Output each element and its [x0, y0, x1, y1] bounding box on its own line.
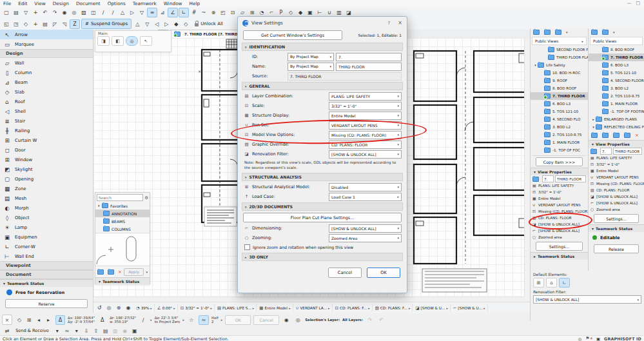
view-tree-item[interactable]: SECOND FLOOR P [531, 46, 588, 54]
teamwork-icon[interactable]: ⇧ [92, 327, 101, 335]
toolbox-item[interactable]: ▭ Marquee [0, 39, 93, 49]
view-tree-item[interactable]: 6. BOD L3 [589, 61, 644, 69]
view-tree-item[interactable]: 7. THIRD FLOOR [589, 54, 644, 61]
menu-item[interactable]: Teamwork [133, 1, 157, 6]
teamwork-icon[interactable]: ▥ [111, 327, 120, 335]
toolbox-item[interactable]: ☀ Lamp [0, 222, 93, 232]
setting-dropdown[interactable]: Missing (CD: PLANS: FLOOR) ▾ [329, 131, 402, 139]
toolbar-icon[interactable]: ↷ [50, 8, 59, 17]
toolbar-icon[interactable]: ∕ [99, 8, 108, 17]
toolbar-icon[interactable]: ⊡ [228, 8, 237, 17]
tracker-icon[interactable]: ⊞ [24, 316, 34, 324]
view-tree-item[interactable]: ▸ ENLARGED PLANS [589, 115, 644, 123]
copy-item-button[interactable]: Copy Item >>> [536, 157, 583, 166]
toolbar-icon[interactable]: ▧ [79, 8, 88, 17]
dialog-titlebar[interactable]: View Settings ? × [238, 17, 407, 29]
minimize-icon[interactable]: — [627, 1, 631, 6]
chevron-down-icon[interactable]: ▾ [566, 30, 568, 34]
view-tree-item[interactable]: 7. THIRD FLOOR [531, 92, 588, 100]
toolbox-item[interactable]: ◻ Door [0, 145, 93, 155]
toolbox-item[interactable]: Document [0, 270, 93, 279]
setting-dropdown[interactable]: Zoomed Area ▾ [329, 234, 402, 242]
toolbar-icon[interactable]: △ [118, 8, 127, 17]
toolbox-item[interactable]: ◊ Object [0, 213, 93, 222]
default-element-button[interactable]: ⊞ [533, 278, 544, 287]
toolbox-item[interactable]: ◩ Skylight [0, 164, 93, 174]
clone-folder-icon[interactable] [613, 133, 620, 138]
menu-item[interactable]: File [3, 1, 11, 6]
delta-icon[interactable]: Δ [97, 315, 107, 325]
quick-option[interactable]: ⊡ CD: PLANS: F... ▸ [333, 304, 373, 312]
toolbox-item[interactable]: ⊿ Beam [0, 77, 93, 87]
settings-button[interactable]: Settings... [594, 214, 639, 223]
toolbox-item[interactable]: ◇ Slab [0, 87, 93, 97]
setting-dropdown[interactable]: [SHOW & UNLOCK ALL] ▾ [329, 224, 402, 233]
horizontal-scrollbar[interactable] [93, 297, 525, 302]
tracker-icon[interactable]: ▸ [44, 316, 53, 324]
toolbar-icon[interactable]: ◹ [60, 20, 69, 28]
setting-dropdown[interactable]: [SHOW & UNLOCK ALL] ▾ [329, 150, 402, 159]
favorites-root[interactable]: ▾ Favorites [95, 202, 150, 209]
renovation-filter-dropdown[interactable]: [SHOW & UNLOCK ALL] ▾ [533, 295, 641, 304]
chevron-down-icon[interactable]: ▾ [146, 270, 148, 274]
toolbar-icon[interactable]: ▤ [41, 20, 50, 28]
zoom-toolbar-icon[interactable]: ◎ [104, 304, 113, 312]
toolbar-icon[interactable]: + [31, 8, 40, 17]
toolbar-icon[interactable]: △ [133, 20, 142, 28]
release-button[interactable]: Release [594, 244, 639, 253]
restore-icon[interactable]: □ [636, 1, 640, 6]
view-name-field[interactable]: THIRD FLOOR [555, 175, 586, 182]
main-palette-button[interactable]: ◎ [126, 36, 138, 46]
toolbar-icon[interactable]: ◫ [89, 8, 98, 17]
toolbar-icon[interactable]: Z [70, 19, 80, 29]
menu-item[interactable]: Options [108, 1, 126, 6]
toolbar-icon[interactable]: ▽ [142, 20, 151, 28]
toolbar-icon[interactable]: ◉ [60, 8, 69, 17]
toolbox-item[interactable]: ╫ Railing [0, 126, 93, 135]
main-palette-button[interactable]: ◨ [97, 36, 110, 46]
zoom-toolbar-icon[interactable]: ↺ [95, 304, 104, 312]
view-tree-item[interactable]: 2. TOS 110-8.75 [589, 92, 644, 100]
quick-option[interactable]: ∪ VERDANT LA... ▸ [294, 304, 333, 312]
delta-toggle-icon[interactable]: Δ [55, 315, 65, 325]
view-name-field[interactable]: THIRD FLOOR [613, 148, 642, 155]
toolbar-icon[interactable]: ▢ [2, 8, 11, 17]
toolbox-item[interactable]: ◐ Morph [0, 203, 93, 213]
toolbox-item[interactable]: ⊢ Wall End [0, 251, 93, 261]
view-properties-header[interactable]: ▾ View Properties [531, 168, 588, 175]
view-tree-item[interactable]: 4. SECOND FLO [531, 115, 588, 123]
expander-icon[interactable]: ▾ [533, 63, 538, 67]
main-palette-button[interactable]: ◧ [112, 36, 124, 46]
toolbox-item[interactable]: ∟ Corner-W [0, 242, 93, 251]
settings-button[interactable]: Settings... [536, 242, 583, 251]
toolbox-item[interactable]: ⊞ Curtain W [0, 135, 93, 145]
section-2d3d-documents[interactable]: ▾ 2D/3D DOCUMENTS [242, 202, 403, 211]
menu-item[interactable]: View [34, 1, 45, 6]
toolbar-icon[interactable]: ◎ [70, 8, 79, 17]
floor-plan-cut-plane-button[interactable]: Floor Plan Cut Plane Settings... [243, 213, 402, 222]
gear-icon[interactable]: ⚙ [144, 195, 148, 200]
view-tree-item[interactable]: 10. BOD H-ROC [531, 69, 588, 77]
quick-option[interactable]: ▤ PLANS: LIFE S... ▸ [215, 304, 257, 312]
favorites-item[interactable]: COLUMNS [95, 225, 150, 233]
view-properties-header[interactable]: ▾ View Properties [589, 140, 644, 148]
view-tree-item[interactable]: 5. TOS 121-10 [589, 69, 644, 77]
name-value-field[interactable]: THIRD FLOOR [336, 63, 402, 71]
toolbar-icon[interactable]: ◇ [181, 20, 190, 28]
view-tree-item[interactable]: 8. BOD ROOF [589, 46, 644, 54]
setting-dropdown[interactable]: VERDANT LAYOUT PENS ▾ [329, 121, 402, 130]
toolbar-icon[interactable]: ◳ [12, 20, 21, 28]
toolbar-icon[interactable]: ◁ [152, 20, 161, 28]
toolbox-item[interactable]: Viewpoint [0, 261, 93, 270]
toolbar-icon[interactable]: ◸ [50, 20, 59, 28]
quick-option[interactable]: ▦ Entire Model ▸ [257, 304, 293, 312]
reserve-button[interactable]: Reserve [5, 299, 88, 308]
favorites-item[interactable]: BEAMS [95, 217, 150, 225]
quick-option[interactable]: ◔ 39% ▸ [134, 304, 155, 312]
view-tree-item[interactable]: 9. ROOF [531, 77, 588, 84]
setting-dropdown[interactable]: CD: PLANS: FLOOR ▾ [329, 141, 402, 149]
toolbar-icon[interactable]: ~ [199, 8, 208, 17]
toolbar-icon[interactable]: + [31, 20, 40, 28]
toolbar-icon[interactable]: ◆ [171, 20, 181, 28]
public-views-header[interactable]: Public Views ▸ [532, 37, 587, 45]
